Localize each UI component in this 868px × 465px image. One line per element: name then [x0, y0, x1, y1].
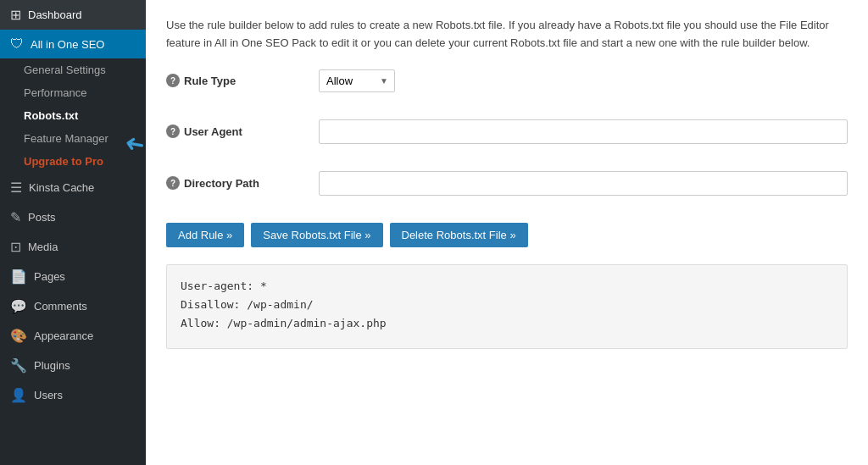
sidebar-item-label: Dashboard	[28, 8, 82, 21]
button-row: Add Rule » Save Robots.txt File » Delete…	[166, 223, 848, 247]
description-text: Use the rule builder below to add rules …	[166, 17, 848, 53]
sidebar-sub-item-upgrade[interactable]: Upgrade to Pro	[0, 150, 146, 173]
sidebar-sub-item-performance[interactable]: Performance	[0, 81, 146, 104]
sidebar-item-appearance[interactable]: 🎨 Appearance	[0, 321, 146, 351]
kinsta-cache-icon: ☰	[10, 180, 22, 196]
rule-type-select-wrapper: Allow Disallow ▼	[319, 69, 395, 92]
sidebar-item-users[interactable]: 👤 Users	[0, 380, 146, 410]
pages-icon: 📄	[10, 268, 27, 285]
main-content: Use the rule builder below to add rules …	[146, 0, 868, 465]
sidebar-item-label: Kinsta Cache	[29, 181, 94, 194]
users-icon: 👤	[10, 387, 27, 403]
dashboard-icon: ⊞	[10, 7, 21, 23]
sidebar-item-label: Appearance	[34, 329, 93, 342]
user-agent-input[interactable]	[319, 119, 848, 144]
textarea-line-2: Disallow: /wp-admin/	[181, 296, 833, 314]
sidebar-item-media[interactable]: ⊡ Media	[0, 232, 146, 262]
comments-icon: 💬	[10, 298, 27, 314]
user-agent-help-icon[interactable]: ?	[166, 125, 180, 138]
directory-path-row: ? Directory Path	[166, 171, 848, 204]
sidebar-item-all-in-one-seo[interactable]: 🛡 All in One SEO	[0, 30, 146, 58]
sidebar: ⊞ Dashboard 🛡 All in One SEO General Set…	[0, 0, 146, 465]
sidebar-item-comments[interactable]: 💬 Comments	[0, 291, 146, 321]
sidebar-item-posts[interactable]: ✎ Posts	[0, 202, 146, 232]
textarea-line-1: User-agent: *	[181, 277, 833, 296]
directory-path-input[interactable]	[319, 171, 848, 196]
sidebar-item-dashboard[interactable]: ⊞ Dashboard	[0, 0, 146, 30]
sidebar-item-label: Pages	[34, 270, 65, 283]
sidebar-item-label: Users	[34, 389, 63, 401]
sidebar-sub-item-feature-manager[interactable]: Feature Manager	[0, 127, 146, 150]
add-rule-button[interactable]: Add Rule »	[166, 223, 244, 247]
appearance-icon: 🎨	[10, 328, 27, 344]
posts-icon: ✎	[10, 209, 21, 225]
user-agent-row: ? User Agent	[166, 119, 848, 152]
rule-type-label: ? Rule Type	[166, 74, 319, 87]
save-robots-button[interactable]: Save Robots.txt File »	[251, 223, 382, 247]
sidebar-sub-item-robots-txt[interactable]: Robots.txt	[0, 104, 146, 127]
plugins-icon: 🔧	[10, 357, 27, 374]
sidebar-item-pages[interactable]: 📄 Pages	[0, 262, 146, 291]
shield-icon: 🛡	[10, 36, 24, 52]
directory-path-label: ? Directory Path	[166, 176, 319, 190]
sidebar-item-label: Comments	[34, 300, 87, 313]
textarea-line-3: Allow: /wp-admin/admin-ajax.php	[181, 314, 833, 333]
sidebar-item-plugins[interactable]: 🔧 Plugins	[0, 351, 146, 380]
rule-type-select[interactable]: Allow Disallow	[319, 69, 395, 92]
media-icon: ⊡	[10, 239, 21, 255]
robots-preview-box: User-agent: * Disallow: /wp-admin/ Allow…	[166, 264, 848, 349]
sidebar-item-kinsta-cache[interactable]: ☰ Kinsta Cache	[0, 173, 146, 202]
sidebar-item-label: Plugins	[34, 359, 70, 372]
delete-robots-button[interactable]: Delete Robots.txt File »	[390, 223, 528, 247]
user-agent-label: ? User Agent	[166, 125, 319, 138]
rule-type-help-icon[interactable]: ?	[166, 74, 180, 87]
directory-path-help-icon[interactable]: ?	[166, 176, 180, 190]
sidebar-sub-item-general-settings[interactable]: General Settings	[0, 58, 146, 81]
sidebar-item-label: All in One SEO	[31, 38, 104, 51]
rule-type-row: ? Rule Type Allow Disallow ▼	[166, 69, 848, 101]
sidebar-item-label: Media	[28, 241, 58, 253]
sidebar-item-label: Posts	[28, 211, 56, 224]
